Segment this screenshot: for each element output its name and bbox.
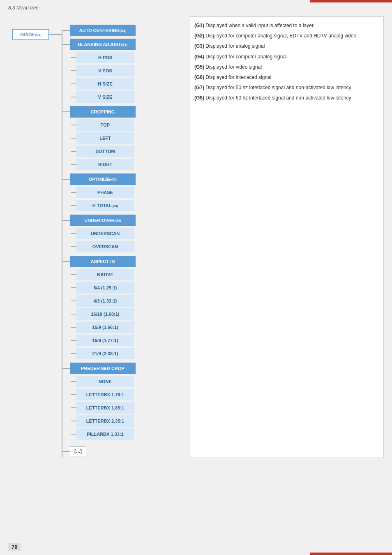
v-size-row: V SIZE [71, 91, 136, 103]
optimize-children: PHASE H TOTAL(G4) [62, 187, 136, 213]
15-9-node: 15/9 (1.66:1) [76, 321, 134, 333]
blanking-children: H POS V POS [62, 52, 136, 104]
15-9-row: 15/9 (1.66:1) [71, 321, 136, 333]
predefined-crop-children: NONE LETTERBX 1.78:1 [62, 376, 136, 442]
pillarbx-node: PILLARBX 1.33:1 [76, 428, 134, 440]
predefined-crop-group: PREDEFINED CROP NONE [62, 363, 136, 442]
legend-item-g7: (G7) Displayed for 50 hz interlaced sign… [194, 84, 378, 92]
legend-item-g3: (G3) Displayed for analog signal [194, 42, 378, 50]
h-total-node: H TOTAL(G4) [76, 200, 134, 211]
bottom-node: BOTTOM [76, 146, 134, 157]
16-9-node: 16/9 (1.77:1) [76, 335, 134, 346]
g5-text: Displayed for video signal [205, 64, 262, 70]
5-4-node: 5/4 (1.25:1) [76, 282, 134, 294]
16-10-row: 16/10 (1.60:1) [71, 308, 136, 320]
native-node: NATIVE [76, 269, 134, 280]
legend-section: (G1) Displayed when a valid input is aff… [189, 16, 384, 458]
g6-text: Displayed for interlaced signal [205, 74, 271, 80]
bottom-accent-bar [310, 553, 392, 555]
g5-code: (G5) [194, 64, 204, 70]
g1-text: Displayed when a valid input is affected… [205, 23, 314, 28]
g1-code: (G1) [194, 23, 204, 28]
v-size-node: V SIZE [76, 91, 134, 103]
g4-text: Displayed for computer analog signal [205, 54, 286, 60]
legend-item-g1: (G1) Displayed when a valid input is aff… [194, 22, 378, 30]
overscan-node: OVERSCAN [76, 241, 134, 252]
branch-aspect-in: ASPECT IN [62, 256, 136, 267]
branch-h-optimize [62, 179, 70, 180]
branch-h-predefined-crop [62, 368, 70, 369]
under-over-group: UNDER/OVER(G5) UNDERSCAN [62, 215, 136, 254]
branch-h-ellipsis [62, 451, 70, 452]
branch-optimize: OPTIMIZE(G2) [62, 173, 136, 185]
under-over-children: UNDERSCAN OVERSCAN [62, 228, 136, 254]
tree-section: IMAGE(G1) [8, 16, 181, 458]
right-node: RIGHT [76, 159, 134, 170]
21-9-row: 21/9 (2.33:1) [71, 348, 136, 359]
branch-cropping: CROPPING [62, 106, 136, 118]
branch-blanking: BLANKING ADJUST(G3) [62, 39, 136, 50]
tree-container: IMAGE(G1) [8, 16, 181, 458]
branch-h-auto [62, 30, 70, 31]
underscan-row: UNDERSCAN [71, 228, 136, 239]
bottom-row: BOTTOM [71, 146, 136, 157]
native-row: NATIVE [71, 269, 136, 280]
g7-code: (G7) [194, 85, 204, 90]
blanking-adjust-node: BLANKING ADJUST(G3) [70, 39, 136, 50]
g8-text: Displayed for 60 hz interlaced signal an… [205, 95, 351, 101]
auto-centering-node: AUTO CENTERING(G2) [70, 25, 136, 36]
g2-code: (G2) [194, 33, 204, 39]
top-node: TOP [76, 119, 134, 131]
aspect-in-node: ASPECT IN [70, 256, 136, 267]
v-pos-row: V POS [71, 65, 136, 76]
underscan-node: UNDERSCAN [76, 228, 134, 239]
aspect-in-children: NATIVE 5/4 (1.25:1) [62, 269, 136, 361]
ellipsis-node: [...] [70, 446, 86, 456]
letterbx-185-row: LETTERBX 1.85:1 [71, 402, 136, 414]
branch-h-blanking [62, 44, 70, 45]
g6-code: (G6) [194, 74, 204, 80]
cropping-group: CROPPING TOP [62, 106, 136, 172]
4-3-node: 4/3 (1.33:1) [76, 295, 134, 307]
branch-h-aspect-in [62, 261, 70, 262]
overscan-row: OVERSCAN [71, 241, 136, 252]
under-over-node: UNDER/OVER(G5) [70, 215, 136, 226]
v-pos-node: V POS [76, 65, 134, 76]
g3-text: Displayed for analog signal [205, 43, 265, 49]
left-row: LEFT [71, 132, 136, 144]
trunk-area: AUTO CENTERING(G2) BLANKING ADJUST(G3) [62, 25, 136, 458]
cropping-children: TOP LEFT [62, 119, 136, 172]
g2-text: Displayed for computer analog signal, ED… [205, 33, 356, 39]
legend-item-g8: (G8) Displayed for 60 hz interlaced sign… [194, 94, 378, 102]
right-row: RIGHT [71, 159, 136, 170]
letterbx-235-row: LETTERBX 2.35:1 [71, 415, 136, 427]
none-row: NONE [71, 376, 136, 387]
branch-predefined-crop: PREDEFINED CROP [62, 363, 136, 374]
h-total-row: H TOTAL(G4) [71, 200, 136, 211]
breadcrumb: 8.3 Menu tree [8, 5, 39, 11]
h-pos-node: H POS [76, 52, 134, 63]
page: 8.3 Menu tree IMAGE(G1) [0, 0, 392, 555]
branch-h-cropping [62, 111, 70, 112]
none-node: NONE [76, 376, 134, 387]
predefined-crop-node: PREDEFINED CROP [70, 363, 136, 374]
5-4-row: 5/4 (1.25:1) [71, 282, 136, 294]
main-content: IMAGE(G1) [8, 16, 384, 458]
optimize-node: OPTIMIZE(G2) [70, 173, 136, 185]
g3-code: (G3) [194, 43, 204, 49]
aspect-in-group: ASPECT IN NATIVE [62, 256, 136, 361]
branch-auto-centering: AUTO CENTERING(G2) [62, 25, 136, 36]
legend-item-g2: (G2) Displayed for computer analog signa… [194, 32, 378, 40]
left-node: LEFT [76, 132, 134, 144]
g8-code: (G8) [194, 95, 204, 101]
branch-under-over: UNDER/OVER(G5) [62, 215, 136, 226]
phase-row: PHASE [71, 187, 136, 198]
branches: AUTO CENTERING(G2) BLANKING ADJUST(G3) [62, 25, 136, 458]
page-number: 78 [8, 543, 21, 551]
phase-node: PHASE [76, 187, 134, 198]
legend-item-g5: (G5) Displayed for video signal [194, 63, 378, 71]
legend-item-g4: (G4) Displayed for computer analog signa… [194, 53, 378, 61]
h-size-row: H SIZE [71, 78, 136, 90]
image-col: IMAGE(G1) [12, 25, 62, 40]
16-9-row: 16/9 (1.77:1) [71, 335, 136, 346]
